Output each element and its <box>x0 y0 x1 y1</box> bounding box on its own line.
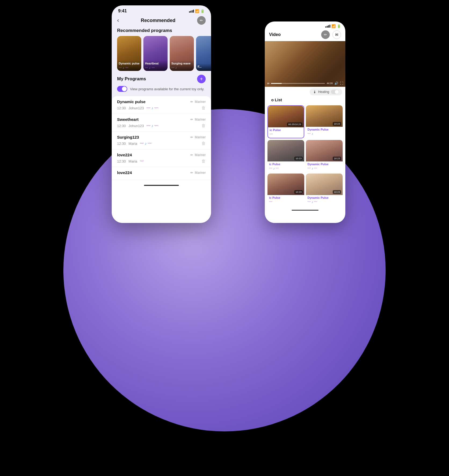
front-signal-icon <box>189 10 194 13</box>
program-item-5[interactable]: love224 ✏ Mariner <box>112 167 211 180</box>
fullscreen-icon[interactable]: ⛶ <box>340 81 343 85</box>
video-duration: 44:26 <box>327 82 333 85</box>
program-4-time: 12:30 <box>117 159 126 163</box>
card1-alt-icon: 〰 <box>125 66 128 69</box>
filter-toggle-label: View programs available for the current … <box>130 87 204 91</box>
program-1-time: 12:30 <box>117 106 126 110</box>
back-status-bar: 📶 🔋 <box>265 21 345 29</box>
prog-card-4[interactable]: F... <box>196 36 211 71</box>
program-3-right: ✏ Mariner <box>190 135 206 139</box>
mode-wave-icon-6: 〰 <box>307 200 311 204</box>
program-2-edit-icon[interactable]: ✏ <box>190 118 193 121</box>
battery-icon: 🔋 <box>337 24 341 28</box>
prog-card-2-overlay: Heartbeat 〰 ♪ 〰 <box>143 60 168 71</box>
card2-wave-icon: 〰 <box>145 66 148 69</box>
video-item-1[interactable]: 00:25/10:23 ic Pulse 〰 <box>267 105 304 138</box>
prog-card-4-name: F... <box>198 65 211 68</box>
program-2-delete-icon[interactable]: 🗑 <box>201 123 206 128</box>
p2-alt-icon: 〰 <box>154 124 158 128</box>
add-program-button[interactable]: + <box>197 75 206 83</box>
program-4-edit-icon[interactable]: ✏ <box>190 153 193 157</box>
video-grid: 00:25/10:23 ic Pulse 〰 10:23 <box>265 105 345 208</box>
video-duration-4: 10:23 <box>333 157 341 160</box>
program-5-edit-icon[interactable]: ✏ <box>190 171 193 175</box>
program-cards: Dynamic pulse 〰 ♪ 〰 Heartbeat <box>112 36 211 71</box>
heating-toggle[interactable] <box>331 90 339 94</box>
program-item-4[interactable]: love224 ✏ Mariner 12:30 Maria <box>112 149 211 167</box>
volume-icon[interactable]: 🔊 <box>334 81 338 85</box>
program-2-time: 12:30 <box>117 124 126 128</box>
program-1-edit-icon[interactable]: ✏ <box>190 100 193 104</box>
mode-pulse-icon-6: ♪ <box>312 200 313 204</box>
video-info-2: Dynamic Pulse 〰 ♪ <box>306 127 343 137</box>
video-duration-6: 10:23 <box>333 190 341 194</box>
video-title-3: ic Pulse <box>269 163 303 166</box>
mode-pulse-icon-4: ♪ <box>312 167 313 170</box>
card2-alt-icon: 〰 <box>152 66 155 69</box>
program-3-name: Surging123 <box>117 135 139 139</box>
card1-pulse-icon: ♪ <box>123 66 124 69</box>
card1-wave-icon: 〰 <box>119 66 122 69</box>
front-status-icons: 📶 🔋 <box>189 9 205 13</box>
mail-icon[interactable]: ✉ <box>332 30 341 39</box>
video-duration-1: 00:25/10:23 <box>287 122 302 126</box>
back-header: Video ✏ ✉ <box>265 29 345 41</box>
video-controls: 19 44:26 🔊 ⛶ <box>267 81 343 85</box>
p1-wave-icon: 〰 <box>147 106 150 110</box>
front-status-bar: 9:41 📶 🔋 <box>112 5 211 15</box>
video-icons-6: 〰 ♪ 〰 <box>307 200 341 204</box>
front-wifi-icon: 📶 <box>195 9 199 13</box>
prog-card-3-name: Surging wave <box>171 62 192 65</box>
video-item-4[interactable]: 10:23 Dynamic Pulse 〰 ♪ 〰 <box>306 140 343 172</box>
prog-card-3-overlay: Surging wave 〰 ♪ <box>170 60 194 71</box>
front-edit-icon[interactable]: ✏ <box>197 16 206 25</box>
program-2-meta-left: 12:30 Johun123 〰 ♪ 〰 <box>117 124 158 128</box>
p3-pulse-icon: ♪ <box>145 141 147 146</box>
program-list: Dynamic pulse ✏ Mariner 12:30 Johun123 <box>112 96 211 223</box>
program-3-edit-icon[interactable]: ✏ <box>190 135 193 139</box>
program-3-mode-icons: 〰 ♪ 〰 <box>140 141 151 146</box>
video-item-6[interactable]: 10:23 Dynamic Pulse 〰 ♪ 〰 <box>306 174 343 205</box>
edit-icon[interactable]: ✏ <box>321 30 330 39</box>
program-item-1[interactable]: Dynamic pulse ✏ Mariner 12:30 Johun123 <box>112 96 211 114</box>
program-item-2[interactable]: Sweetheart ✏ Mariner 12:30 Johun123 <box>112 114 211 132</box>
video-icons-5: 〰 <box>269 200 303 204</box>
video-player[interactable]: 19 44:26 🔊 ⛶ <box>265 41 345 87</box>
video-item-5[interactable]: 10:23 ic Pulse 〰 <box>267 174 304 205</box>
p3-alt-icon: 〰 <box>148 141 151 146</box>
program-3-delete-icon[interactable]: 🗑 <box>201 141 206 146</box>
program-item-5-header: love224 ✏ Mariner <box>117 170 206 175</box>
prog-card-1[interactable]: Dynamic pulse 〰 ♪ 〰 <box>117 36 141 71</box>
program-4-name: love224 <box>117 153 132 157</box>
program-4-meta-left: 12:30 Maria 〰 <box>117 159 144 163</box>
prog-card-2-name: Heartbeat <box>145 62 166 65</box>
video-info-3: ic Pulse 〰 ♪ 〰 <box>267 161 304 172</box>
phone-back: 📶 🔋 Video ✏ ✉ 19 <box>265 21 345 223</box>
filter-toggle[interactable] <box>117 86 127 92</box>
toggle-knob <box>122 86 127 91</box>
video-progress-bar[interactable] <box>271 83 325 84</box>
program-5-right: ✏ Mariner <box>190 171 206 175</box>
video-thumb-6: 10:23 <box>306 174 343 195</box>
program-5-author-tag: Mariner <box>195 171 206 175</box>
heating-badge: 🌡 Heating <box>310 88 342 95</box>
p4-wave-icon: 〰 <box>140 159 144 163</box>
back-button[interactable]: ‹ <box>117 17 119 24</box>
mode-wave-icon: 〰 <box>270 132 273 136</box>
prog-card-3[interactable]: Surging wave 〰 ♪ <box>170 36 194 71</box>
video-item-2[interactable]: 10:23 Dynamic Pulse 〰 ♪ <box>306 105 343 138</box>
card3-wave-icon: 〰 <box>171 66 174 69</box>
program-item-4-header: love224 ✏ Mariner <box>117 153 206 157</box>
program-4-author-tag: Mariner <box>195 153 206 157</box>
video-time-start: 19 <box>267 82 269 85</box>
video-info-1: ic Pulse 〰 <box>268 127 304 138</box>
program-item-1-header: Dynamic pulse ✏ Mariner <box>117 99 206 104</box>
program-4-delete-icon[interactable]: 🗑 <box>201 159 206 164</box>
prog-card-2[interactable]: Heartbeat 〰 ♪ 〰 <box>143 36 168 71</box>
program-2-author-tag: Mariner <box>195 118 206 121</box>
program-2-right: ✏ Mariner <box>190 118 206 121</box>
program-2-mode-icons: 〰 ♪ 〰 <box>147 124 158 128</box>
video-item-3[interactable]: 10:23 ic Pulse 〰 ♪ 〰 <box>267 140 304 172</box>
program-item-3[interactable]: Surging123 ✏ Mariner 12:30 Maria <box>112 132 211 149</box>
program-1-delete-icon[interactable]: 🗑 <box>201 106 206 110</box>
